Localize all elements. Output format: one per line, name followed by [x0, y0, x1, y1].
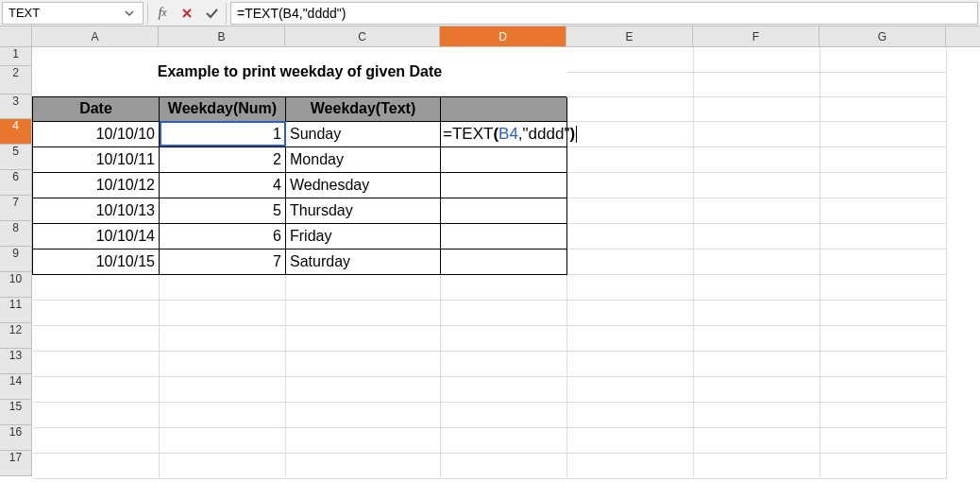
cell[interactable] [441, 300, 567, 325]
cell[interactable] [441, 198, 567, 223]
row-header-9[interactable]: 9 [0, 247, 32, 272]
cell[interactable] [820, 325, 947, 351]
row-header-7[interactable]: 7 [0, 196, 32, 221]
cell[interactable] [286, 376, 441, 402]
name-box[interactable]: TEXT [2, 2, 144, 25]
cell[interactable] [160, 325, 286, 351]
cell[interactable] [33, 351, 160, 376]
row-header-17[interactable]: 17 [0, 451, 32, 476]
row-header-6[interactable]: 6 [0, 170, 32, 196]
row-header-12[interactable]: 12 [0, 323, 32, 349]
cell[interactable] [694, 223, 820, 249]
cell[interactable] [441, 402, 567, 427]
cell[interactable] [441, 249, 567, 274]
cell[interactable] [567, 427, 694, 453]
cell[interactable] [567, 121, 694, 146]
cell[interactable] [33, 300, 160, 325]
cell[interactable] [286, 300, 441, 325]
row-header-4[interactable]: 4 [0, 119, 32, 145]
header-date[interactable]: Date [33, 96, 160, 121]
select-all-corner[interactable] [0, 26, 32, 47]
cell[interactable] [567, 223, 694, 249]
cell[interactable] [567, 453, 694, 478]
cell[interactable] [286, 325, 441, 351]
title-cell[interactable]: Example to print weekday of given Date [33, 47, 567, 96]
cell[interactable] [160, 300, 286, 325]
cell-weekday-num[interactable]: 6 [160, 223, 286, 249]
cancel-icon[interactable] [175, 2, 199, 25]
cell[interactable] [694, 376, 820, 402]
cell[interactable] [694, 453, 820, 478]
cell[interactable] [820, 300, 947, 325]
cell[interactable] [441, 146, 567, 172]
row-header-5[interactable]: 5 [0, 145, 32, 170]
cell[interactable] [441, 351, 567, 376]
cell[interactable] [33, 274, 160, 300]
row-header-8[interactable]: 8 [0, 221, 32, 247]
row-header-10[interactable]: 10 [0, 272, 32, 298]
cell-weekday-text[interactable]: Sunday [286, 121, 441, 146]
formula-input[interactable]: =TEXT(B4,"dddd") [230, 2, 978, 25]
cell-date[interactable]: 10/10/10 [33, 121, 160, 146]
row-header-15[interactable]: 15 [0, 400, 32, 425]
header-weekday-text[interactable]: Weekday(Text) [286, 96, 441, 121]
cell[interactable] [160, 351, 286, 376]
cell[interactable] [694, 146, 820, 172]
row-header-1[interactable]: 1 [0, 47, 32, 66]
cell[interactable] [567, 376, 694, 402]
cell[interactable] [286, 453, 441, 478]
cell[interactable] [694, 47, 820, 72]
cell-date[interactable]: 10/10/12 [33, 172, 160, 198]
cell[interactable] [33, 453, 160, 478]
cell[interactable] [820, 376, 947, 402]
cell-weekday-text[interactable]: Wednesday [286, 172, 441, 198]
cell[interactable] [694, 300, 820, 325]
cell[interactable] [820, 453, 947, 478]
cell[interactable] [160, 274, 286, 300]
cell[interactable] [567, 47, 694, 72]
col-header-C[interactable]: C [285, 26, 440, 46]
row-header-3[interactable]: 3 [0, 95, 32, 119]
cell[interactable] [694, 198, 820, 223]
row-header-11[interactable]: 11 [0, 298, 32, 323]
cell[interactable] [820, 223, 947, 249]
accept-icon[interactable] [199, 2, 224, 25]
cell[interactable] [441, 274, 567, 300]
cell-date[interactable]: 10/10/13 [33, 198, 160, 223]
row-header-14[interactable]: 14 [0, 374, 32, 400]
cell[interactable] [820, 47, 947, 72]
function-wizard-icon[interactable]: fx [150, 2, 175, 25]
col-header-A[interactable]: A [32, 26, 159, 46]
header-empty[interactable] [441, 96, 567, 121]
cell[interactable] [694, 172, 820, 198]
cell[interactable] [820, 427, 947, 453]
row-header-2[interactable]: 2 [0, 66, 32, 95]
cell[interactable] [567, 402, 694, 427]
cell[interactable] [820, 402, 947, 427]
cell[interactable] [441, 172, 567, 198]
cell[interactable] [33, 325, 160, 351]
cell[interactable] [694, 427, 820, 453]
cell[interactable] [567, 249, 694, 274]
cell[interactable] [160, 427, 286, 453]
cell[interactable] [33, 402, 160, 427]
cell-weekday-text[interactable]: Saturday [286, 249, 441, 274]
cell[interactable] [820, 249, 947, 274]
cell[interactable] [694, 351, 820, 376]
cell[interactable] [694, 402, 820, 427]
col-header-E[interactable]: E [566, 26, 693, 46]
cell[interactable] [567, 198, 694, 223]
cell[interactable] [820, 121, 947, 146]
cell-weekday-num[interactable]: 1 [160, 121, 286, 146]
cell[interactable] [820, 274, 947, 300]
cell[interactable] [820, 172, 947, 198]
cell-date[interactable]: 10/10/14 [33, 223, 160, 249]
cell[interactable] [694, 121, 820, 146]
cell[interactable] [694, 274, 820, 300]
cell[interactable] [441, 427, 567, 453]
cell-weekday-num[interactable]: 2 [160, 146, 286, 172]
cell[interactable] [694, 96, 820, 121]
cell[interactable] [286, 427, 441, 453]
cell[interactable] [160, 402, 286, 427]
cell[interactable] [441, 325, 567, 351]
